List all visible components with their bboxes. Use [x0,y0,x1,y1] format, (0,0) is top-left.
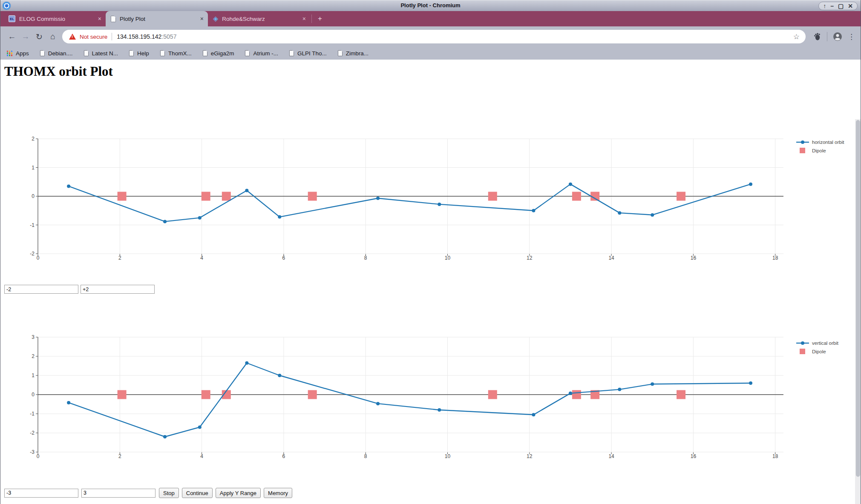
orbit-data-point[interactable] [532,209,535,212]
tab-close-icon[interactable]: × [302,15,306,22]
legend-item-horizontal-orbit[interactable]: horizontal orbit [796,139,844,145]
svg-text:-1: -1 [30,411,35,417]
vertical-orbit-svg[interactable]: 024681012141618-3-2-11230 [0,328,855,464]
dipole-marker[interactable] [572,192,581,201]
maximize-icon[interactable]: ▢ [838,3,844,9]
dipole-marker[interactable] [202,192,210,201]
bookmark-item[interactable]: ThomX... [160,50,192,57]
page-content: THOMX orbit Plot 024681012141618-2-1120 … [0,60,861,504]
legend-item-Dipole[interactable]: Dipole [796,348,838,355]
dipole-marker[interactable] [488,192,497,201]
svg-text:12: 12 [527,453,533,459]
continue-button[interactable]: Continue [182,488,213,498]
back-icon[interactable]: ← [5,32,19,41]
orbit-data-point[interactable] [749,183,752,186]
horizontal-orbit-legend: horizontal orbitDipole [796,139,844,154]
bookmark-item[interactable]: Debian.... [40,50,73,57]
orbit-data-point[interactable] [245,189,248,192]
stop-button[interactable]: Stop [159,488,179,498]
reload-icon[interactable]: ↻ [32,32,46,42]
bookmark-label: Apps [16,50,29,57]
dipole-marker[interactable] [677,390,685,399]
orbit-data-point[interactable] [278,215,281,219]
bookmark-page-icon [40,50,45,56]
dipole-marker[interactable] [308,390,317,399]
apps-shortcut[interactable]: Apps [7,50,29,57]
tab-elog[interactable]: EL ELOG Commissio × [3,11,106,26]
orbit-data-point[interactable] [569,183,572,186]
bookmark-page-icon [338,50,343,56]
horizontal-orbit-chart[interactable]: 024681012141618-2-1120 [0,128,855,266]
vertical-orbit-chart[interactable]: 024681012141618-3-2-11230 [0,328,855,466]
dipole-marker[interactable] [222,192,231,201]
memory-button[interactable]: Memory [264,488,292,498]
legend-item-Dipole[interactable]: Dipole [796,147,844,154]
orbit-data-point[interactable] [198,426,202,429]
unshade-icon[interactable]: ↑ [823,3,826,9]
browser-menu-icon[interactable]: ⋮ [848,32,855,41]
scrollbar-thumb[interactable] [856,120,860,477]
svg-text:6: 6 [282,453,285,459]
dipole-marker[interactable] [488,390,497,399]
svg-text:1: 1 [32,372,35,378]
legend-item-vertical-orbit[interactable]: vertical orbit [796,340,838,346]
forward-icon[interactable]: → [19,32,32,41]
bookmark-item[interactable]: eGiga2m [203,50,234,57]
bookmark-item[interactable]: Zimbra... [338,50,369,57]
apply-y-range-button[interactable]: Apply Y Range [216,488,261,498]
svg-text:0: 0 [32,193,35,199]
orbit-data-point[interactable] [245,361,248,365]
page-title: THOMX orbit Plot [4,64,113,79]
not-secure-label[interactable]: Not secure [80,34,107,40]
minimize-icon[interactable]: – [830,3,834,9]
url-separator [112,33,112,40]
close-icon[interactable]: ✕ [848,3,853,9]
dipole-marker[interactable] [118,390,127,399]
dipole-marker[interactable] [677,192,685,201]
bookmark-star-icon[interactable]: ☆ [793,32,800,41]
dipole-marker[interactable] [118,192,127,201]
svg-text:-1: -1 [30,222,35,228]
orbit-data-point[interactable] [278,374,281,377]
bookmark-item[interactable]: Atrium -... [245,50,278,57]
bookmark-item[interactable]: GLPI Tho... [289,50,327,57]
orbit-data-point[interactable] [163,435,167,438]
tab-close-icon[interactable]: × [200,15,204,22]
svg-text:8: 8 [364,255,367,261]
tab-close-icon[interactable]: × [98,15,101,22]
orbit-data-point[interactable] [376,197,380,200]
page-scrollbar[interactable] [855,119,861,504]
home-icon[interactable]: ⌂ [46,32,60,41]
profile-avatar-icon[interactable] [832,32,843,42]
new-tab-button[interactable]: + [314,14,325,23]
orbit-data-point[interactable] [163,220,167,223]
orbit-data-point[interactable] [67,401,70,404]
horizontal-orbit-svg[interactable]: 024681012141618-2-1120 [0,128,855,264]
orbit-data-point[interactable] [651,213,654,217]
chart1-ymax-input[interactable] [81,285,155,294]
bookmark-item[interactable]: Latest N... [84,50,118,57]
bookmark-label: ThomX... [168,50,192,57]
dipole-marker[interactable] [308,192,317,201]
orbit-data-point[interactable] [618,211,621,215]
tab-plotly-plot[interactable]: Plotly Plot × [106,11,208,26]
bookmark-item[interactable]: Help [129,50,149,57]
gnome-foot-extension-icon[interactable] [812,32,822,41]
orbit-data-point[interactable] [569,392,572,395]
orbit-data-point[interactable] [67,184,70,188]
chart2-ymin-input[interactable] [4,489,78,498]
dipole-marker[interactable] [202,390,210,399]
orbit-data-point[interactable] [618,388,621,391]
orbit-data-point[interactable] [376,402,380,405]
orbit-data-point[interactable] [749,381,752,385]
orbit-data-point[interactable] [438,408,441,412]
orbit-data-point[interactable] [438,203,441,206]
orbit-data-point[interactable] [198,216,202,220]
orbit-data-point[interactable] [532,413,535,416]
tab-rohde-schwarz[interactable]: ◈ Rohde&Schwarz × [208,11,310,26]
orbit-data-point[interactable] [651,382,654,386]
chart1-ymin-input[interactable] [4,285,78,294]
dipole-marker[interactable] [572,390,581,399]
url-bar[interactable]: Not secure 134.158.195.142 :5057 ☆ [62,30,806,43]
chart2-ymax-input[interactable] [81,489,155,498]
